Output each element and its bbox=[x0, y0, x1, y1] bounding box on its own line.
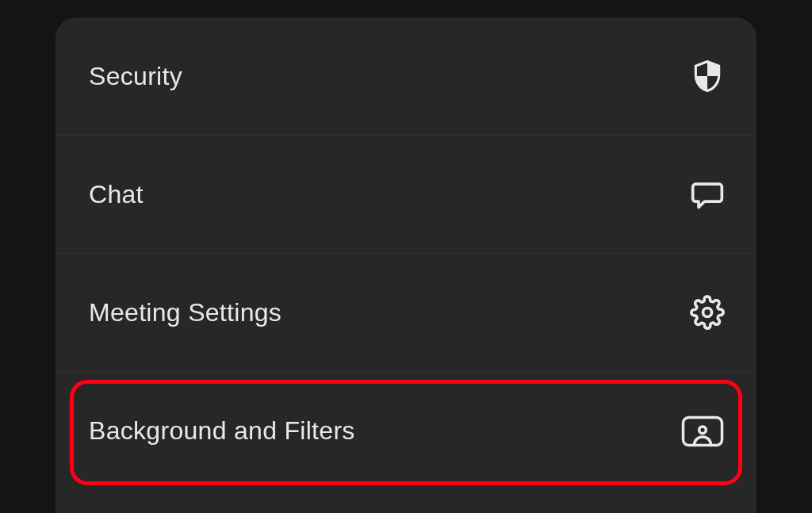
shield-icon bbox=[690, 59, 725, 94]
menu-item-background-and-filters[interactable]: Background and Filters bbox=[56, 372, 756, 490]
menu-item-security[interactable]: Security bbox=[56, 17, 756, 136]
svg-point-2 bbox=[703, 308, 712, 317]
svg-rect-3 bbox=[684, 417, 722, 445]
gear-icon bbox=[690, 295, 725, 330]
chat-icon bbox=[690, 177, 725, 212]
menu-item-chat[interactable]: Chat bbox=[56, 136, 756, 254]
menu-item-meeting-settings[interactable]: Meeting Settings bbox=[56, 254, 756, 372]
menu-item-label: Background and Filters bbox=[89, 416, 355, 446]
menu-item-label: Meeting Settings bbox=[89, 298, 282, 327]
more-options-panel: Security Chat bbox=[56, 17, 756, 513]
menu-item-label: Chat bbox=[89, 180, 144, 209]
app-window: Security Chat bbox=[0, 0, 812, 513]
svg-point-4 bbox=[699, 426, 707, 433]
background-filters-icon bbox=[680, 415, 725, 448]
menu-item-label: Security bbox=[89, 62, 182, 91]
